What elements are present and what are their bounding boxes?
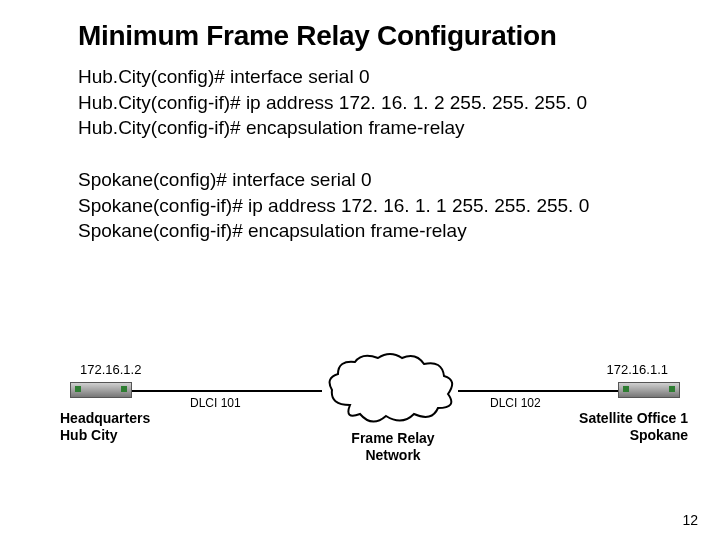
config-block-spokane: Spokane(config)# interface serial 0 Spok…: [78, 167, 680, 244]
dlci-label-right: DLCI 102: [490, 396, 541, 410]
config-block-hubcity: Hub.City(config)# interface serial 0 Hub…: [78, 64, 680, 141]
cloud-label-line1: Frame Relay: [351, 430, 434, 446]
site-label-line2: Hub City: [60, 427, 118, 443]
cloud-label-line2: Network: [365, 447, 420, 463]
page-number: 12: [682, 512, 698, 528]
cloud-label: Frame Relay Network: [318, 430, 468, 464]
config-line: Hub.City(config-if)# encapsulation frame…: [78, 115, 680, 141]
site-label-right: Satellite Office 1 Spokane: [579, 410, 688, 444]
link-line: [458, 390, 618, 392]
config-line: Spokane(config)# interface serial 0: [78, 167, 680, 193]
ip-label-left: 172.16.1.2: [80, 362, 141, 377]
config-line: Hub.City(config)# interface serial 0: [78, 64, 680, 90]
config-line: Spokane(config-if)# ip address 172. 16. …: [78, 193, 680, 219]
site-label-line1: Satellite Office 1: [579, 410, 688, 426]
network-diagram: 172.16.1.2 172.16.1.1 DLCI 101 DLCI 102 …: [70, 340, 680, 480]
cloud-icon: [320, 350, 460, 430]
router-icon: [70, 382, 132, 398]
site-label-line2: Spokane: [579, 427, 688, 444]
router-icon: [618, 382, 680, 398]
config-line: Spokane(config-if)# encapsulation frame-…: [78, 218, 680, 244]
config-line: Hub.City(config-if)# ip address 172. 16.…: [78, 90, 680, 116]
slide-title: Minimum Frame Relay Configuration: [78, 20, 680, 52]
dlci-label-left: DLCI 101: [190, 396, 241, 410]
site-label-line1: Headquarters: [60, 410, 150, 426]
ip-label-right: 172.16.1.1: [607, 362, 668, 377]
link-line: [132, 390, 322, 392]
site-label-left: Headquarters Hub City: [60, 410, 150, 444]
